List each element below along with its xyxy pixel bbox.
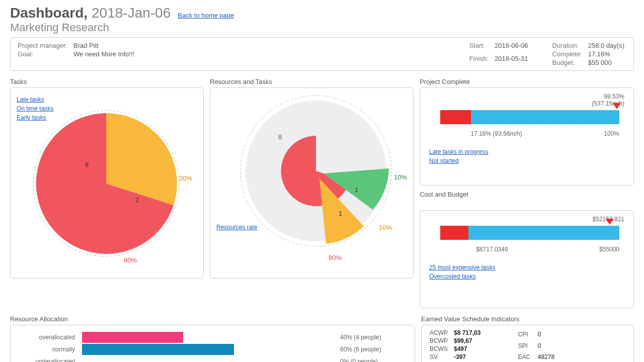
resources-p10b: 10% — [379, 224, 392, 231]
project-goal: We need More Info!!! — [73, 50, 136, 58]
cb-marker-label: $52153.821 — [429, 216, 624, 223]
ra-norm-bar — [82, 344, 234, 355]
page-date: 2018-Jan-06 — [92, 5, 171, 21]
cb-progress-red — [440, 226, 468, 240]
resources-panel-title: Resources and Tasks — [210, 78, 414, 85]
project-finish-label: Finish: — [469, 55, 494, 67]
resource-allocation-chart: overallocated 40% (4 people) normally 60… — [20, 331, 406, 362]
back-home-link[interactable]: Back to home page — [178, 12, 234, 19]
tasks-pie: 8 2 20% 80% — [26, 103, 187, 269]
project-summary: Project manager: Brad Pitt Goal: We need… — [10, 37, 634, 71]
project-goal-label: Goal: — [18, 50, 72, 58]
ra-under-label: underallocated — [20, 358, 82, 362]
resources-outer-val: 8 — [278, 133, 282, 141]
cb-progress-bar — [440, 226, 619, 240]
late-tasks-link[interactable]: Late tasks — [17, 96, 53, 103]
project-complete-label: Complete: — [552, 50, 587, 58]
project-start: 2018-06-06 — [495, 42, 530, 54]
pc-progress-bar — [440, 110, 619, 124]
page-subtitle: Marketing Research — [10, 21, 634, 34]
ra-over-val: 40% (4 people) — [335, 334, 406, 341]
cb-right-label: $55000 — [599, 246, 619, 253]
tasks-pie-pct20: 20% — [179, 174, 192, 182]
pc-left-label: 17.16% (93.56m/h) — [471, 130, 522, 137]
ra-over-label: overallocated — [20, 334, 82, 341]
tasks-panel-title: Tasks — [10, 78, 204, 85]
tasks-pie-bigval: 8 — [85, 161, 89, 168]
resource-allocation-title: Resource Allocation — [10, 315, 415, 323]
cost-budget-title: Cost and Budget — [420, 191, 634, 198]
evsi-title: Earned Value Schedule Indicators — [421, 315, 634, 323]
project-budget: $55 000 — [588, 59, 626, 66]
page-title: Dashboard, — [10, 5, 88, 21]
resources-green-val: 1 — [355, 186, 358, 194]
evsi-table-left: ACWP$8 717,03 BCWP$99,67 BCWS$497 SV-397… — [429, 328, 487, 362]
project-start-label: Start: — [469, 42, 494, 54]
ra-norm-label: normally — [20, 346, 82, 353]
pc-marker-icon — [613, 103, 621, 109]
ra-under-val: 0% (0 people) — [335, 358, 406, 362]
project-duration: 258.0 day(s) — [588, 42, 626, 49]
cb-marker-icon — [606, 219, 614, 225]
project-complete: 17.16% — [588, 50, 626, 58]
evsi-table-right: CPI0 SPI0 EAC48278 VAC-47726 TCPI0 — [517, 328, 562, 362]
pc-right-label: 100% — [604, 130, 619, 137]
project-manager: Brad Pitt — [73, 42, 136, 49]
overcosted-tasks-link[interactable]: Overcosted tasks — [429, 273, 624, 280]
resources-p80: 80% — [329, 254, 342, 261]
resources-p10a: 10% — [394, 173, 407, 181]
ra-over-bar — [82, 332, 183, 343]
not-started-link[interactable]: Not started — [429, 157, 624, 164]
expensive-tasks-link[interactable]: 25 most expensive tasks — [429, 264, 624, 271]
project-duration-label: Duration: — [552, 42, 587, 49]
project-budget-label: Budget: — [552, 59, 587, 66]
project-finish: 2018-05-31 — [495, 55, 530, 67]
project-manager-label: Project manager: — [18, 42, 72, 49]
resources-pie: 8 1 1 10% 10% 80% — [238, 93, 409, 269]
tasks-pie-pct80: 80% — [124, 256, 137, 264]
tasks-pie-smallval: 2 — [135, 196, 139, 204]
project-complete-title: Project Complete — [420, 78, 634, 85]
resources-amber-val: 1 — [339, 210, 342, 217]
pc-progress-red — [440, 110, 471, 124]
cb-left-label: $8717.0349 — [476, 246, 508, 253]
late-tasks-progress-link[interactable]: Late tasks in progress — [429, 148, 624, 155]
ra-norm-val: 60% (6 people) — [335, 346, 406, 353]
pc-marker-label: 98.53% (537.15m/h) — [429, 93, 624, 107]
